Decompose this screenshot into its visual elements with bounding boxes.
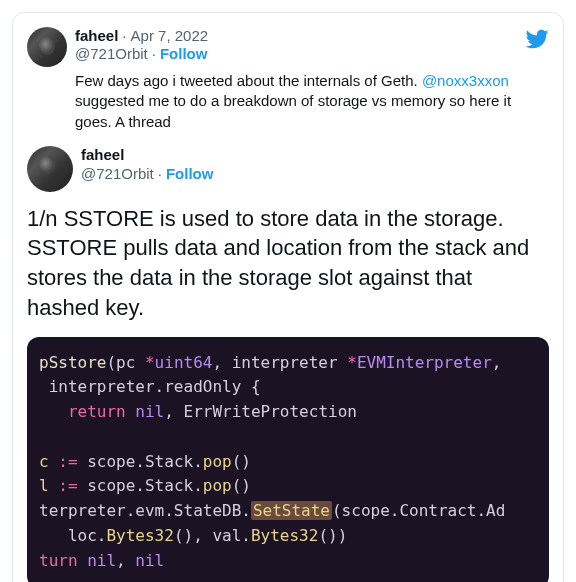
code-token: (scope.Contract.Ad: [332, 501, 505, 520]
main-tweet-header: faheel @721Orbit · Follow: [27, 146, 549, 192]
handle[interactable]: @721Orbit: [75, 45, 148, 63]
code-token: terpreter.evm.StateDB.: [39, 501, 251, 520]
code-token: ()): [318, 526, 347, 545]
code-image[interactable]: pSstore(pc *uint64, interpreter *EVMInte…: [27, 337, 549, 583]
avatar[interactable]: [27, 146, 73, 192]
avatar[interactable]: [27, 27, 67, 67]
separator-dot: ·: [158, 165, 162, 184]
code-token: return: [68, 402, 126, 421]
tweet-card: faheel · Apr 7, 2022 @721Orbit · Follow …: [12, 12, 564, 582]
code-token: interpreter.readOnly {: [39, 377, 261, 396]
code-token: Bytes32: [106, 526, 173, 545]
tweet-date[interactable]: Apr 7, 2022: [131, 27, 209, 45]
follow-link[interactable]: Follow: [166, 165, 214, 184]
code-token: EVMInterpreter: [357, 353, 492, 372]
code-token: nil: [87, 551, 116, 570]
handle[interactable]: @721Orbit: [81, 165, 154, 184]
code-token: scope.Stack.: [78, 452, 203, 471]
code-token: nil: [135, 551, 164, 570]
main-tweet: faheel @721Orbit · Follow 1/n SSTORE is …: [27, 146, 549, 582]
separator-dot: ·: [152, 45, 156, 63]
code-token: , ErrWriteProtection: [164, 402, 357, 421]
code-token: (): [232, 476, 251, 495]
code-token: [126, 402, 136, 421]
code-token: uint64: [155, 353, 213, 372]
code-token: pSstore: [39, 353, 106, 372]
code-token: :=: [58, 452, 77, 471]
code-token: Bytes32: [251, 526, 318, 545]
code-token: (pc: [106, 353, 145, 372]
user-info: faheel @721Orbit · Follow: [81, 146, 213, 184]
code-token-highlighted: SetState: [251, 501, 332, 520]
mention-link[interactable]: @noxx3xxon: [422, 72, 509, 89]
quoted-tweet-text: Few days ago i tweeted about the interna…: [75, 71, 549, 132]
follow-link[interactable]: Follow: [160, 45, 208, 63]
code-token: pop: [203, 452, 232, 471]
user-info: faheel · Apr 7, 2022 @721Orbit · Follow: [75, 27, 549, 63]
code-token: (): [232, 452, 251, 471]
code-token: [49, 476, 59, 495]
code-token: loc.: [39, 526, 106, 545]
separator-dot: ·: [122, 27, 126, 45]
code-token: pop: [203, 476, 232, 495]
twitter-logo-icon[interactable]: [525, 27, 549, 55]
code-token: [49, 452, 59, 471]
code-token: ,: [492, 353, 502, 372]
code-token: [78, 551, 88, 570]
code-token: *: [145, 353, 155, 372]
code-token: l: [39, 476, 49, 495]
code-token: [39, 402, 68, 421]
code-token: :=: [58, 476, 77, 495]
code-token: scope.Stack.: [78, 476, 203, 495]
quoted-tweet-header: faheel · Apr 7, 2022 @721Orbit · Follow: [27, 27, 549, 67]
text-fragment: Few days ago i tweeted about the interna…: [75, 72, 422, 89]
code-token: nil: [135, 402, 164, 421]
code-token: ,: [116, 551, 135, 570]
tweet-text: 1/n SSTORE is used to store data in the …: [27, 204, 549, 323]
code-token: c: [39, 452, 49, 471]
code-token: *: [347, 353, 357, 372]
display-name[interactable]: faheel: [75, 27, 118, 45]
display-name[interactable]: faheel: [81, 146, 213, 165]
code-token: , interpreter: [212, 353, 347, 372]
code-token: turn: [39, 551, 78, 570]
text-fragment: suggested me to do a breakdown of storag…: [75, 92, 511, 129]
code-token: (), val.: [174, 526, 251, 545]
